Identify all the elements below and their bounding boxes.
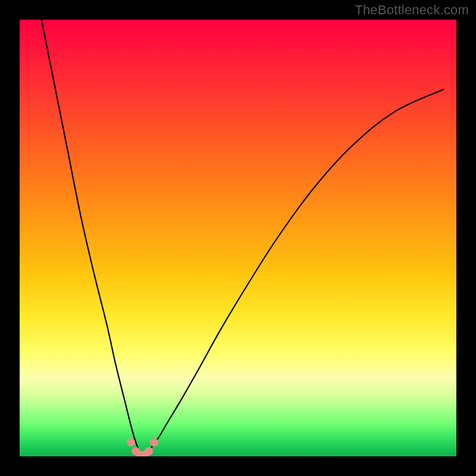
- plot-area: [20, 20, 456, 456]
- chart-svg: [20, 20, 456, 456]
- data-marker: [145, 447, 153, 455]
- chart-frame: TheBottleneck.com: [0, 0, 476, 476]
- watermark-text: TheBottleneck.com: [355, 2, 469, 18]
- data-marker: [127, 439, 135, 447]
- data-marker: [150, 439, 158, 447]
- marker-group: [127, 439, 158, 456]
- curve-path: [42, 20, 443, 456]
